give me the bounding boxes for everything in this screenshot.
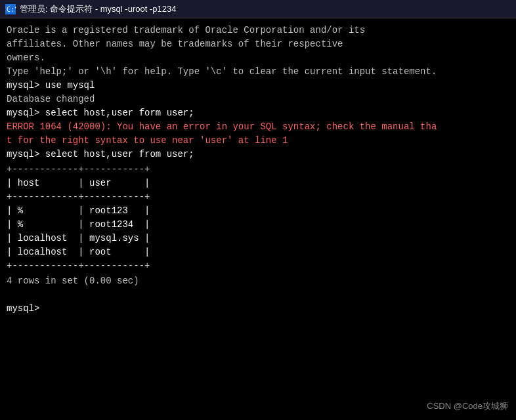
table-separator-mid: +------------+-----------+ [7,190,509,204]
final-prompt: mysql> [7,302,509,316]
title-bar-text: 管理员: 命令提示符 - mysql -uroot -p1234 [20,3,176,15]
cmd-icon: C:\ [5,4,16,14]
table-separator-bot: +------------+-----------+ [7,259,509,273]
line-1: Oracle is a registered trademark of Orac… [7,24,509,37]
line-prompt-2: mysql> select host,user form user; [7,106,509,120]
svg-text:C:\: C:\ [7,6,16,13]
line-error-1: ERROR 1064 (42000): You have an error in… [7,120,509,134]
line-prompt-3: mysql> select host,user from user; [7,148,509,161]
line-2: affiliates. Other names may be trademark… [7,37,509,51]
table-header: | host | user | [7,177,509,190]
line-db-changed: Database changed [7,93,509,106]
line-3: owners. [7,51,509,65]
line-4: Type 'help;' or '\h' for help. Type '\c'… [7,65,509,79]
terminal[interactable]: Oracle is a registered trademark of Orac… [0,18,516,420]
watermark: CSDN @Code攻城狮 [427,400,508,412]
table-row-3: | localhost | mysql.sys | [7,232,509,245]
line-blank-3 [7,288,509,302]
table-row-4: | localhost | root | [7,245,509,259]
title-bar: C:\ 管理员: 命令提示符 - mysql -uroot -p1234 [0,0,516,18]
table-row-2: | % | root1234 | [7,218,509,232]
query-result-table: +------------+-----------+ | host | user… [7,163,509,273]
table-row-1: | % | root123 | [7,204,509,218]
result-count: 4 rows in set (0.00 sec) [7,274,509,288]
table-separator-top: +------------+-----------+ [7,163,509,177]
line-prompt-1: mysql> use mysql [7,79,509,93]
line-error-2: t for the right syntax to use near 'user… [7,134,509,148]
